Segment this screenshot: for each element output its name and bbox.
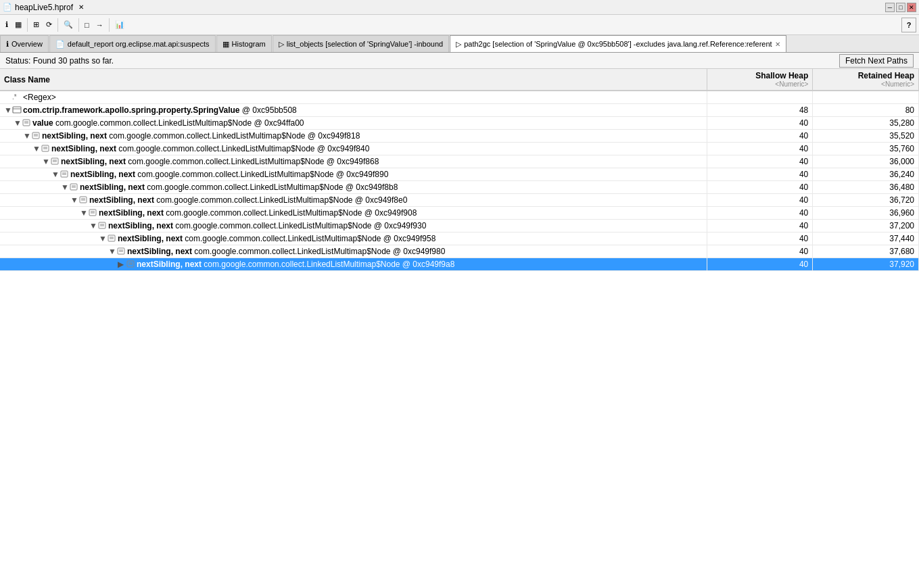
cell-shallow-heap: 40 [707, 194, 813, 207]
square-button[interactable]: □ [82, 18, 92, 32]
cell-shallow-heap: 40 [707, 130, 813, 143]
node-name-detail: com.google.common.collect.LinkedListMult… [183, 234, 435, 243]
expand-icon[interactable]: ▼ [108, 247, 116, 256]
tab-path2gc-close[interactable]: ✕ [775, 41, 780, 48]
retained-heap-sublabel: <Numeric> [817, 80, 914, 88]
tab-list-objects[interactable]: ▷ list_objects [selection of 'SpringValu… [273, 35, 449, 52]
cell-class-name: ▼nextSibling, next com.google.common.col… [0, 207, 707, 220]
expand-icon[interactable]: ▼ [99, 234, 107, 243]
expand-icon[interactable]: ▼ [61, 182, 69, 192]
cell-retained-heap: 37,200 [813, 220, 919, 232]
help-button[interactable]: ? [901, 18, 916, 32]
search-button[interactable]: 🔍 [61, 18, 76, 32]
title-bar-controls: ─ □ ✕ [885, 3, 916, 12]
toolbar-separator-2 [57, 18, 58, 32]
node-name-bold: nextSibling, next [99, 208, 164, 218]
cell-class-name: ▼nextSibling, next com.google.common.col… [0, 143, 707, 155]
refresh-button[interactable]: ⟳ [43, 18, 55, 32]
cell-class-name: ▼nextSibling, next com.google.common.col… [0, 245, 707, 258]
node-type-icon [60, 170, 70, 179]
cell-shallow-heap: 40 [707, 168, 813, 181]
column-header-shallow-heap[interactable]: Shallow Heap <Numeric> [707, 69, 813, 91]
expand-icon[interactable]: ▼ [14, 118, 22, 128]
node-type-icon [88, 208, 99, 218]
bar-chart-button[interactable]: ▦ [12, 18, 24, 32]
node-type-icon [116, 247, 127, 256]
retained-heap-label: Retained Heap [817, 71, 914, 80]
svg-rect-1 [13, 107, 21, 113]
tab-histogram[interactable]: ▦ Histogram [216, 35, 272, 52]
node-name-bold: nextSibling, next [137, 260, 202, 269]
cell-retained-heap: 37,920 [813, 258, 919, 271]
node-type-icon [12, 105, 23, 115]
cell-class-name: ▼nextSibling, next com.google.common.col… [0, 155, 707, 168]
shallow-heap-label: Shallow Heap [711, 71, 809, 80]
cell-shallow-heap: 40 [707, 245, 813, 258]
node-name-bold: nextSibling, next [51, 144, 116, 153]
node-name-text: nextSibling, next com.google.common.coll… [127, 247, 445, 256]
cell-retained-heap: 36,480 [813, 181, 919, 194]
cell-retained-heap: 36,000 [813, 155, 919, 168]
column-header-retained-heap[interactable]: Retained Heap <Numeric> [813, 69, 919, 91]
tab-default-report[interactable]: 📄 default_report org.eclipse.mat.api:sus… [49, 35, 216, 52]
tab-overview-label: Overview [11, 40, 43, 48]
table-header-row: Class Name Shallow Heap <Numeric> Retain… [0, 69, 919, 91]
column-header-class-name[interactable]: Class Name [0, 69, 707, 91]
cell-retained-heap: 35,520 [813, 130, 919, 143]
cell-retained-heap: 35,280 [813, 117, 919, 130]
cell-shallow-heap: 40 [707, 220, 813, 232]
node-name-bold: value [32, 118, 53, 128]
node-name-text: nextSibling, next com.google.common.coll… [137, 260, 454, 269]
cell-shallow-heap: 40 [707, 207, 813, 220]
node-name-detail: com.google.common.collect.LinkedListMult… [173, 221, 426, 230]
tab-bar: ℹ Overview 📄 default_report org.eclipse.… [0, 35, 919, 53]
node-name-bold: nextSibling, next [89, 195, 154, 205]
fetch-next-paths-button[interactable]: Fetch Next Paths [839, 54, 914, 68]
expand-icon[interactable]: ▼ [32, 144, 41, 153]
expand-icon[interactable]: ▼ [23, 131, 31, 141]
node-type-icon [69, 182, 80, 192]
info-button[interactable]: ℹ [3, 18, 11, 32]
expand-icon[interactable]: ▼ [42, 157, 50, 166]
node-name-detail: com.google.common.collect.LinkedListMult… [116, 144, 369, 153]
expand-icon[interactable]: ▼ [4, 105, 12, 115]
node-name-detail: com.google.common.collect.LinkedListMult… [145, 182, 398, 192]
node-name-detail: com.google.common.collect.LinkedListMult… [154, 195, 407, 205]
node-name-detail: com.google.common.collect.LinkedListMult… [192, 247, 445, 256]
expand-icon[interactable]: ▼ [70, 195, 78, 205]
tab-histogram-icon: ▦ [222, 40, 229, 49]
node-name-bold: nextSibling, next [61, 157, 126, 166]
node-type-icon [50, 157, 61, 166]
node-name-text: nextSibling, next com.google.common.coll… [118, 234, 435, 243]
expand-icon[interactable]: ▼ [80, 208, 88, 218]
table-row: ▼nextSibling, next com.google.common.col… [0, 155, 919, 168]
chart2-button[interactable]: 📊 [112, 18, 127, 32]
table-row: ▼nextSibling, next com.google.common.col… [0, 245, 919, 258]
close-button[interactable]: ✕ [907, 3, 916, 12]
node-name-text: nextSibling, next com.google.common.coll… [51, 144, 369, 153]
table-row: ▼nextSibling, next com.google.common.col… [0, 220, 919, 232]
node-name-detail: com.google.common.collect.LinkedListMult… [202, 260, 454, 269]
expand-icon[interactable]: ▼ [89, 221, 97, 230]
tab-path2gc-label: path2gc [selection of 'SpringValue @ 0xc… [464, 40, 772, 48]
tab-path2gc[interactable]: ▷ path2gc [selection of 'SpringValue @ 0… [450, 35, 786, 52]
maximize-button[interactable]: □ [896, 3, 905, 12]
arrow-button[interactable]: → [93, 18, 106, 32]
title-close-icon[interactable]: ✕ [78, 3, 84, 11]
expand-icon[interactable]: ▼ [51, 170, 60, 179]
data-table: Class Name Shallow Heap <Numeric> Retain… [0, 69, 919, 271]
cell-shallow-heap: 40 [707, 258, 813, 271]
table-row: ▼nextSibling, next com.google.common.col… [0, 143, 919, 155]
file-icon: 📄 [3, 3, 12, 11]
grid-button[interactable]: ⊞ [30, 18, 42, 32]
cell-shallow-heap: 40 [707, 155, 813, 168]
node-name-text: nextSibling, next com.google.common.coll… [61, 157, 379, 166]
title-bar: 📄 heapLive5.hprof ✕ ─ □ ✕ [0, 0, 919, 15]
tab-histogram-label: Histogram [232, 40, 266, 48]
expand-icon[interactable]: ▶ [118, 260, 126, 269]
tab-overview[interactable]: ℹ Overview [0, 35, 49, 52]
tab-list-objects-label: list_objects [selection of 'SpringValue'… [287, 40, 443, 48]
cell-retained-heap: 36,240 [813, 168, 919, 181]
cell-class-name: ▼nextSibling, next com.google.common.col… [0, 194, 707, 207]
minimize-button[interactable]: ─ [885, 3, 895, 12]
